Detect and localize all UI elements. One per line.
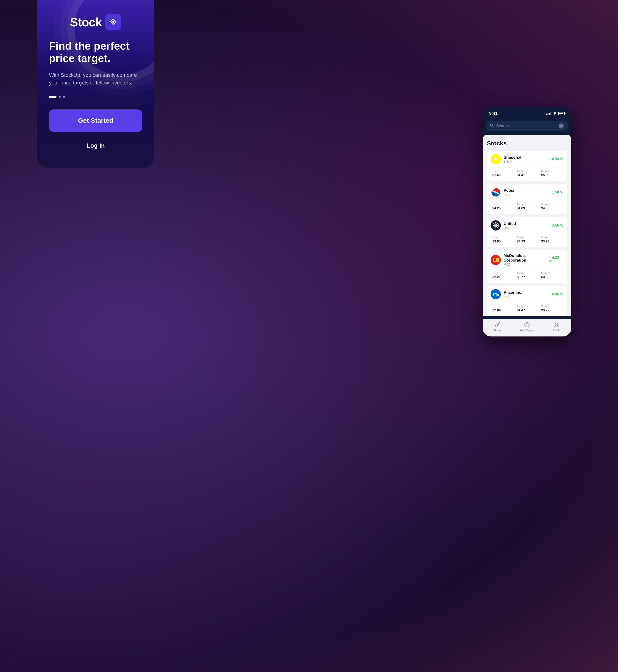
nav-item-profile[interactable]: Profile [542,322,571,332]
stocks-phone: 9:41 Search ✕ Stocks [483,107,571,336]
svg-text:Pfizer: Pfizer [493,293,499,296]
battery-fill [559,113,563,114]
stock-logo-name-pfizer: Pfizer Pfizer Inc. PFE [491,289,522,299]
stock-item-snapchat[interactable]: Snapchat SNAP ↑ 4.50 % User $1.63 Analys… [487,151,567,181]
stock-item-pfizer[interactable]: Pfizer Pfizer Inc. PFE ↑ 4.46 % User $2.… [487,286,567,316]
pepsi-user-cell: User $4.25 [491,202,515,211]
united-name: United [504,221,516,226]
pfizer-ticker: PFE [504,295,522,299]
snapchat-analyst-cell: Analyst $1.41 [515,169,539,178]
mcdonalds-data-row: User $2.21 Analyst $3.77 Current $3.33 [491,268,563,280]
stock-header-united: United UAL ↑ 3.66 % [491,220,563,231]
stock-logo-name-pepsi: Pepsi PEP [491,187,514,197]
stock-logo-name-mcdonalds: McDonald's Corporation MCD [491,253,549,266]
nav-price-targets-label: Price Targets [519,329,534,332]
united-change: ↑ 3.66 % [549,223,563,227]
svg-point-12 [527,325,527,325]
signal-bar-3 [549,113,550,115]
pfizer-data-row: User $2.04 Analyst $1.47 Current $3.22 [491,302,563,313]
pepsi-data-row: User $4.25 Analyst $1.89 Current $4.35 [491,200,563,211]
stock-logo-name-snapchat: Snapchat SNAP [491,154,522,164]
bottom-nav: Stocks Price Targets Profile [483,319,571,336]
signal-bar-1 [546,114,547,115]
search-clear-button[interactable]: ✕ [559,123,564,129]
stock-item-mcdonalds[interactable]: McDonald's Corporation MCD ↑ 4.83 % User… [487,250,567,283]
mcdonalds-logo [491,255,501,265]
dot-2 [59,96,61,98]
brand-logo-svg [108,17,118,27]
person-icon [553,322,560,328]
mcdonalds-name-wrap: McDonald's Corporation MCD [504,253,549,266]
tagline: Find the perfect price target. [49,40,142,65]
nav-profile-label: Profile [553,329,560,332]
nav-item-price-targets[interactable]: Price Targets [512,322,542,332]
snapchat-user-value: $1.63 [493,173,513,177]
united-ticker: UAL [504,226,516,230]
stock-header-pepsi: Pepsi PEP ↑ 1.50 % [491,187,563,197]
target-icon [524,322,530,328]
svg-point-13 [556,323,557,325]
pepsi-name: Pepsi [504,188,514,193]
united-name-wrap: United UAL [504,221,516,230]
stocks-panel: Stocks Snapchat SNAP ↑ 4.50 % [483,135,571,316]
mcdonalds-change: ↑ 4.83 % [549,256,563,264]
stock-item-united[interactable]: United UAL ↑ 3.66 % User $3.85 Analyst $… [487,217,567,247]
pepsi-analyst-cell: Analyst $1.89 [515,202,539,211]
pepsi-logo [491,187,501,197]
pepsi-name-wrap: Pepsi PEP [504,188,514,197]
stock-logo-name-united: United UAL [491,220,516,231]
login-button[interactable]: Log In [49,137,142,154]
onboarding-content: Find the perfect price target. With Stoc… [37,40,154,168]
signal-bars [546,112,551,115]
snapchat-change: ↑ 4.50 % [549,157,563,161]
svg-line-1 [493,126,494,127]
snapchat-analyst-label: Analyst [517,170,537,173]
pfizer-change: ↑ 4.46 % [549,292,563,296]
battery-icon [558,112,565,115]
dot-1 [49,96,57,98]
stock-item-pepsi[interactable]: Pepsi PEP ↑ 1.50 % User $4.25 Analyst $1… [487,184,567,214]
stock-header-mcdonalds: McDonald's Corporation MCD ↑ 4.83 % [491,253,563,266]
snapchat-current-label: Current [541,170,561,173]
mcdonalds-name: McDonald's Corporation [504,253,549,263]
status-icons [546,112,565,116]
onboarding-phone: Stock Find the perfect price target. Wit… [37,0,154,168]
mcdonalds-ticker: MCD [504,263,549,266]
dot-3 [63,96,65,98]
snapchat-analyst-value: $1.41 [517,173,537,177]
pepsi-change: ↑ 1.50 % [549,190,563,194]
brand-icon [105,14,121,30]
stock-header-pfizer: Pfizer Pfizer Inc. PFE ↑ 4.46 % [491,289,563,299]
subtitle: With StockUp, you can easily compare you… [49,71,142,87]
signal-bar-2 [547,113,548,115]
pfizer-name: Pfizer Inc. [504,290,522,295]
nav-item-stocks[interactable]: Stocks [483,322,512,332]
united-data-row: User $3.85 Analyst $4.23 Current $3.73 [491,233,563,244]
search-placeholder: Search [496,124,556,128]
pepsi-current-cell: Current $4.35 [539,202,563,211]
brand-header: Stock [70,14,122,30]
snapchat-current-value: $5.69 [541,173,561,177]
wifi-icon [553,112,557,116]
brand-name: Stock [70,15,102,29]
chart-icon [494,322,501,328]
signal-bar-4 [550,112,551,115]
nav-stocks-label: Stocks [494,329,501,332]
united-logo [491,220,501,231]
pagination-dots [49,96,142,98]
snapchat-user-cell: User $1.63 [491,169,515,178]
get-started-button[interactable]: Get Started [49,109,142,132]
pfizer-logo: Pfizer [491,289,501,299]
snapchat-current-cell: Current $5.69 [539,169,563,178]
snapchat-data-row: User $1.63 Analyst $1.41 Current $5.69 [491,166,563,178]
snapchat-name: Snapchat [504,155,522,160]
status-time: 9:41 [489,111,498,116]
pepsi-ticker: PEP [504,193,514,197]
snapchat-ticker: SNAP [504,160,522,163]
search-bar[interactable]: Search ✕ [486,121,568,131]
snapchat-logo [491,154,501,164]
pfizer-name-wrap: Pfizer Inc. PFE [504,290,522,299]
search-icon [490,124,494,128]
stocks-title: Stocks [487,140,567,147]
stock-header-snapchat: Snapchat SNAP ↑ 4.50 % [491,154,563,164]
